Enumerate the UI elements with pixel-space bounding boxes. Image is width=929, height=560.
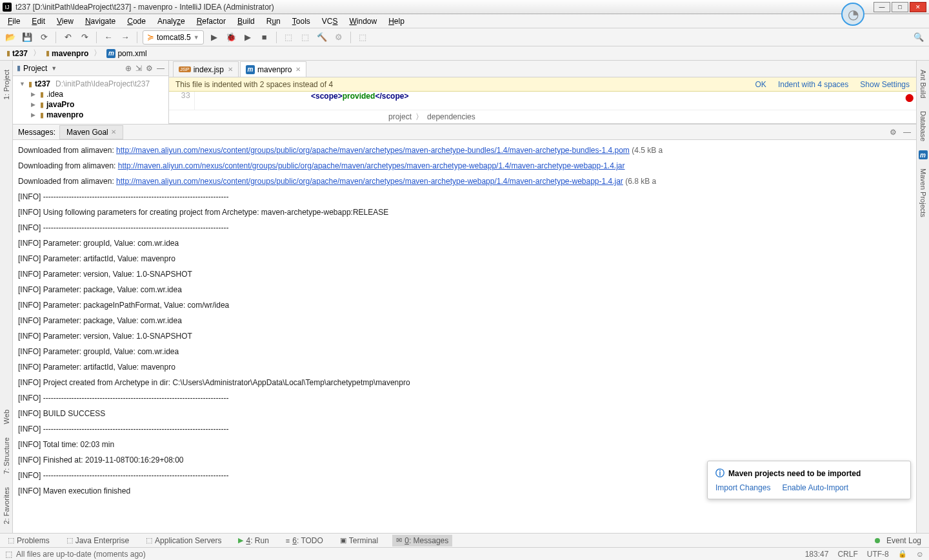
editor-bc-item[interactable]: project: [388, 112, 412, 121]
notice-ok-link[interactable]: OK: [755, 80, 766, 89]
editor-tab-index-jsp[interactable]: JSPindex.jsp✕: [173, 61, 239, 77]
hide-icon[interactable]: —: [903, 128, 911, 137]
tomcat-icon: ≽: [147, 32, 154, 42]
sidebar-tab-web[interactable]: Web: [1, 406, 12, 428]
redo-icon[interactable]: ↷: [78, 31, 91, 44]
hide-icon[interactable]: —: [157, 64, 165, 73]
menu-vcs[interactable]: VCS: [317, 15, 343, 27]
menu-view[interactable]: View: [52, 15, 79, 27]
menu-refactor[interactable]: Refactor: [192, 15, 231, 27]
import-changes-link[interactable]: Import Changes: [715, 483, 770, 492]
right-tool-strip: Ant Build Database m Maven Projects: [916, 61, 929, 533]
console-link[interactable]: http://maven.aliyun.com/nexus/content/gr…: [116, 146, 630, 155]
notice-text: This file is indented with 2 spaces inst…: [175, 80, 333, 89]
sidebar-tab-structure[interactable]: 7: Structure: [1, 434, 12, 478]
back-icon[interactable]: ←: [102, 31, 115, 44]
tree-node[interactable]: ▶▮mavenpro: [13, 110, 168, 120]
project-panel: ▮Project▼ ⊕ ⇲ ⚙ — ▼ ▮ t237 D:\initPath\I…: [13, 61, 169, 124]
open-icon[interactable]: 📂: [4, 31, 17, 44]
debug-icon[interactable]: 🐞: [225, 31, 237, 44]
settings-icon[interactable]: ⚙: [332, 31, 345, 44]
run-icon[interactable]: ▶: [208, 31, 221, 44]
project-view-selector[interactable]: ▮Project▼: [17, 64, 57, 73]
menu-edit[interactable]: Edit: [26, 15, 50, 27]
sidebar-tab-ant-build[interactable]: Ant Build: [918, 66, 928, 102]
close-icon[interactable]: ✕: [111, 128, 116, 135]
notice-indent-link[interactable]: Indent with 4 spaces: [778, 80, 848, 89]
expand-icon[interactable]: ▶: [31, 101, 37, 108]
menu-code[interactable]: Code: [122, 15, 151, 27]
search-icon[interactable]: 🔍: [912, 31, 925, 44]
enable-auto-import-link[interactable]: Enable Auto-Import: [782, 483, 848, 492]
line-separator[interactable]: CRLF: [837, 550, 857, 559]
close-button[interactable]: ✕: [910, 2, 926, 12]
sidebar-tab-favorites[interactable]: 2: Favorites: [1, 483, 12, 528]
menu-file[interactable]: File: [3, 15, 25, 27]
messages-tab-maven-goal[interactable]: Maven Goal✕: [59, 125, 123, 139]
close-icon[interactable]: ✕: [295, 66, 301, 73]
code-editor[interactable]: 33 <scope>provided</scope> ⬤: [169, 92, 916, 110]
lock-icon[interactable]: 🔒: [898, 550, 907, 558]
expand-icon[interactable]: ▼: [19, 81, 26, 87]
error-marker-icon[interactable]: ⬤: [905, 93, 914, 102]
sidebar-tab-database[interactable]: Database: [918, 107, 928, 145]
undo-icon[interactable]: ↶: [61, 31, 74, 44]
coverage-icon[interactable]: ▶: [241, 31, 254, 44]
cursor-position[interactable]: 183:47: [805, 550, 829, 559]
hector-icon[interactable]: ☺: [916, 550, 924, 559]
menu-tools[interactable]: Tools: [287, 15, 315, 27]
menu-navigate[interactable]: Navigate: [80, 15, 121, 27]
refresh-icon[interactable]: ⟳: [37, 31, 50, 44]
expand-icon[interactable]: ▶: [31, 91, 37, 97]
notice-settings-link[interactable]: Show Settings: [860, 80, 910, 89]
tab-todo[interactable]: ≡6: TODO: [283, 536, 326, 545]
sidebar-tab-maven-projects[interactable]: Maven Projects: [918, 165, 928, 221]
tab-java-enterprise[interactable]: ⬚Java Enterprise: [64, 536, 132, 545]
menu-build[interactable]: Build: [232, 15, 260, 27]
user-avatar[interactable]: [841, 3, 864, 26]
tab-terminal[interactable]: ▣Terminal: [337, 536, 381, 545]
editor-bc-item[interactable]: dependencies: [427, 112, 475, 121]
menu-analyze[interactable]: Analyze: [152, 15, 190, 27]
breadcrumb-file[interactable]: mpom.xml: [104, 49, 149, 58]
tab-application-servers[interactable]: ⬚Application Servers: [143, 536, 224, 545]
notification-title: Maven projects need to be imported: [728, 469, 861, 478]
console-link[interactable]: http://maven.aliyun.com/nexus/content/gr…: [118, 161, 625, 170]
tab-event-log[interactable]: Event Log: [884, 536, 924, 545]
sidebar-tab-project[interactable]: 1: Project: [1, 66, 12, 103]
gear-icon[interactable]: ⚙: [146, 64, 153, 73]
status-icon[interactable]: ⬚: [5, 550, 12, 559]
structure-icon[interactable]: ⬚: [282, 31, 295, 44]
editor-tab-mavenpro[interactable]: mmavenpro✕: [240, 61, 306, 77]
breadcrumb-module[interactable]: ▮mavenpro: [43, 49, 91, 58]
locate-icon[interactable]: ⊕: [125, 64, 132, 73]
misc-icon[interactable]: ⬚: [356, 31, 369, 44]
gear-icon[interactable]: ⚙: [890, 128, 897, 137]
close-icon[interactable]: ✕: [228, 66, 233, 73]
hammer-icon[interactable]: 🔨: [315, 31, 328, 44]
tree-root[interactable]: ▼ ▮ t237 D:\initPath\IdeaProject\t237: [13, 79, 168, 89]
project-icon: ▮: [17, 64, 21, 72]
stop-icon[interactable]: ■: [258, 31, 271, 44]
save-icon[interactable]: 💾: [21, 31, 34, 44]
tab-problems[interactable]: ⬚Problems: [5, 536, 52, 545]
file-encoding[interactable]: UTF-8: [867, 550, 889, 559]
menu-run[interactable]: Run: [261, 15, 286, 27]
tab-messages[interactable]: ✉0: Messages: [392, 535, 452, 546]
console-line: [INFO] ---------------------------------…: [18, 421, 911, 437]
tab-run[interactable]: ▶4: Run: [235, 536, 271, 545]
maximize-button[interactable]: □: [892, 2, 908, 12]
folder-icon: ▮: [40, 111, 44, 119]
menu-window[interactable]: Window: [344, 15, 382, 27]
structure2-icon[interactable]: ⬚: [299, 31, 312, 44]
breadcrumb-root[interactable]: ▮t237: [4, 49, 30, 58]
forward-icon[interactable]: →: [119, 31, 132, 44]
console-link[interactable]: http://maven.aliyun.com/nexus/content/gr…: [116, 177, 623, 186]
tree-node[interactable]: ▶▮javaPro: [13, 99, 168, 110]
run-config-selector[interactable]: ≽ tomcat8.5 ▼: [143, 30, 204, 45]
collapse-icon[interactable]: ⇲: [135, 64, 142, 73]
menu-help[interactable]: Help: [383, 15, 410, 27]
minimize-button[interactable]: —: [874, 2, 890, 12]
expand-icon[interactable]: ▶: [31, 112, 37, 118]
tree-node[interactable]: ▶▮.idea: [13, 89, 168, 99]
